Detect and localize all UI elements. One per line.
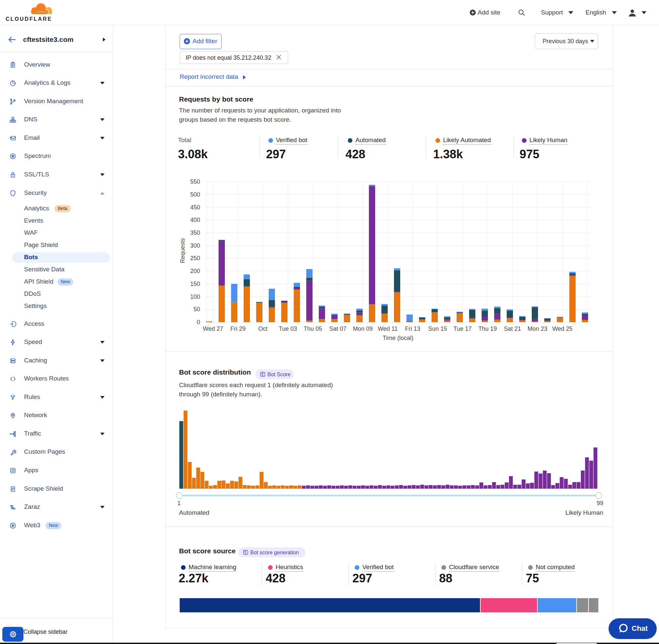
- svg-text:400: 400: [190, 217, 200, 223]
- svg-text:Sat 07: Sat 07: [329, 325, 347, 332]
- svg-text:350: 350: [190, 230, 200, 236]
- svg-text:Mon 23: Mon 23: [527, 325, 547, 332]
- svg-text:Sat 21: Sat 21: [504, 325, 521, 332]
- svg-text:0: 0: [197, 319, 200, 325]
- svg-text:Tue 03: Tue 03: [279, 325, 297, 332]
- svg-text:Wed 11: Wed 11: [378, 325, 398, 332]
- svg-text:Fri 13: Fri 13: [405, 325, 420, 332]
- svg-text:150: 150: [190, 281, 200, 287]
- svg-text:50: 50: [193, 306, 200, 313]
- svg-text:Fri 29: Fri 29: [231, 325, 245, 332]
- svg-text:Requests: Requests: [179, 238, 186, 263]
- svg-text:Oct: Oct: [258, 325, 268, 332]
- svg-text:Sun 15: Sun 15: [428, 325, 447, 332]
- svg-text:200: 200: [190, 268, 200, 274]
- svg-text:550: 550: [190, 178, 200, 185]
- svg-text:Time (local): Time (local): [383, 335, 414, 341]
- svg-text:Thu 19: Thu 19: [478, 325, 497, 332]
- svg-text:Wed 27: Wed 27: [203, 325, 223, 332]
- svg-text:Wed 25: Wed 25: [552, 325, 573, 332]
- svg-text:Tue 17: Tue 17: [454, 325, 472, 332]
- svg-text:CLOUDFLARE: CLOUDFLARE: [6, 16, 52, 22]
- svg-text:100: 100: [190, 294, 200, 300]
- svg-text:500: 500: [190, 191, 200, 198]
- svg-text:Mon 09: Mon 09: [353, 325, 373, 332]
- svg-text:300: 300: [190, 243, 200, 249]
- svg-text:Thu 05: Thu 05: [304, 325, 322, 332]
- svg-text:250: 250: [190, 255, 200, 261]
- svg-text:450: 450: [190, 204, 200, 211]
